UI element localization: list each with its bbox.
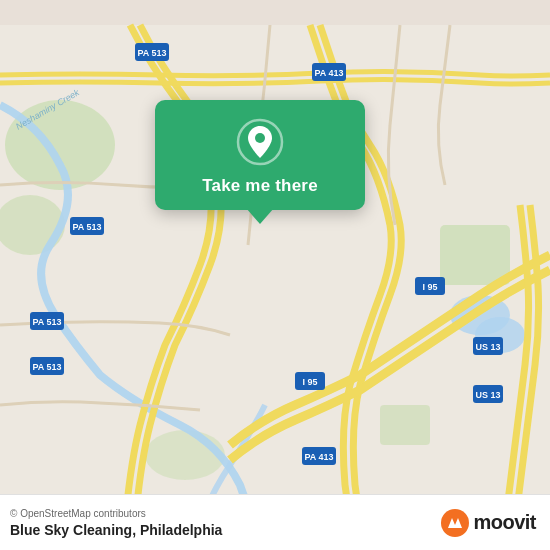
svg-text:PA 513: PA 513 bbox=[32, 362, 61, 372]
moovit-logo: moovit bbox=[440, 508, 536, 538]
svg-text:I 95: I 95 bbox=[422, 282, 437, 292]
svg-point-7 bbox=[145, 430, 225, 480]
svg-rect-3 bbox=[440, 225, 510, 285]
popup-card: Take me there bbox=[155, 100, 365, 210]
moovit-logo-text: moovit bbox=[473, 511, 536, 534]
svg-point-30 bbox=[255, 133, 265, 143]
location-name: Blue Sky Cleaning, Philadelphia bbox=[10, 522, 222, 538]
svg-text:PA 513: PA 513 bbox=[137, 48, 166, 58]
svg-text:US 13: US 13 bbox=[475, 390, 500, 400]
svg-text:PA 413: PA 413 bbox=[304, 452, 333, 462]
osm-attribution: © OpenStreetMap contributors bbox=[10, 508, 222, 519]
svg-text:PA 513: PA 513 bbox=[32, 317, 61, 327]
svg-point-31 bbox=[441, 509, 469, 537]
bottom-bar: © OpenStreetMap contributors Blue Sky Cl… bbox=[0, 494, 550, 550]
bottom-bar-info: © OpenStreetMap contributors Blue Sky Cl… bbox=[10, 508, 222, 538]
svg-text:PA 513: PA 513 bbox=[72, 222, 101, 232]
svg-rect-6 bbox=[380, 405, 430, 445]
svg-text:US 13: US 13 bbox=[475, 342, 500, 352]
take-me-there-button[interactable]: Take me there bbox=[202, 176, 318, 196]
location-pin-icon bbox=[236, 118, 284, 166]
map-container: Neshaminy Creek PA 513 PA 413 PA 513 PA … bbox=[0, 0, 550, 550]
moovit-brand-icon bbox=[440, 508, 470, 538]
svg-text:I 95: I 95 bbox=[302, 377, 317, 387]
svg-text:PA 413: PA 413 bbox=[314, 68, 343, 78]
map-svg: Neshaminy Creek PA 513 PA 413 PA 513 PA … bbox=[0, 0, 550, 550]
